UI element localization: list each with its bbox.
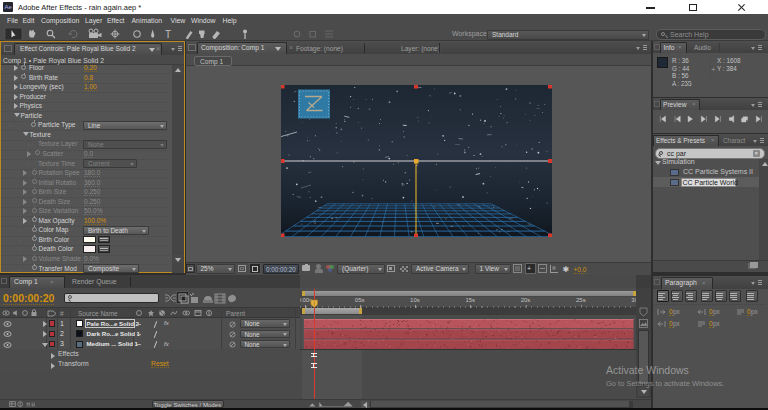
svg-text:T: T <box>165 29 171 40</box>
